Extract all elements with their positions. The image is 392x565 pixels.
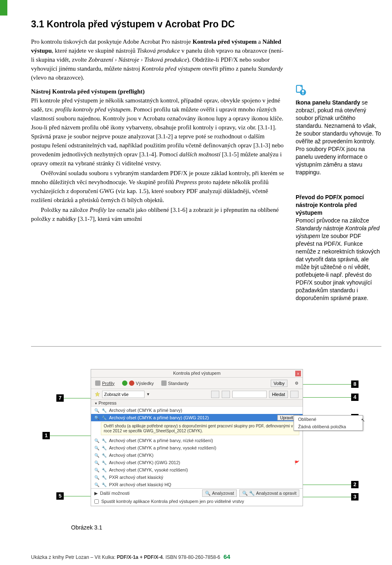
visible-layers-checkbox[interactable] <box>94 499 99 504</box>
filter-icon-button[interactable] <box>290 391 298 398</box>
page-number: 64 <box>223 553 230 560</box>
profile-row-selected[interactable]: 🔍🔧Archový ofset (CMYK a přímé barvy) (GW… <box>91 414 303 421</box>
wrench-icon: 🔧 <box>102 453 107 458</box>
more-options-label[interactable]: Další možnosti <box>100 491 129 496</box>
paragraph-3: Ověřování souladu souboru s vybraným sta… <box>31 169 285 205</box>
section-heading: 3.1 Kontrola před výstupem v Acrobat Pro… <box>31 19 285 30</box>
svg-marker-4 <box>95 392 100 396</box>
magnifier-icon: 🔍 <box>94 483 99 487</box>
wrench-icon: 🔧 <box>102 438 107 443</box>
callout-8: 8 <box>351 380 359 388</box>
search-button[interactable] <box>269 391 288 398</box>
magnifier-icon: 🔍 <box>94 460 99 465</box>
magnifier-icon: 🔍 <box>94 453 99 458</box>
profile-row[interactable]: 🔍🔧Archový ofset (CMYK a přímé barvy) <box>91 407 303 414</box>
callout-5: 5 <box>56 492 64 500</box>
show-filter[interactable] <box>102 391 145 398</box>
magnifier-icon: 🔍 <box>94 468 99 472</box>
paragraph-1: Pro kontrolu tiskových dat poskytuje Ado… <box>31 37 285 82</box>
standards-panel-icon <box>296 85 381 96</box>
callout-7: 7 <box>56 394 64 402</box>
preflight-panel: Kontrola před výstupem x Profily Výsledk… <box>91 369 303 506</box>
filter-row: ▾ <box>91 389 303 400</box>
check-icon <box>122 380 127 386</box>
profile-row[interactable]: 🔍🔧Archový ofset (CMYK, vysoké rozlišení) <box>91 466 303 474</box>
chevron-down-icon[interactable]: ▾ <box>147 391 149 397</box>
popup-item[interactable]: Oblíbené <box>294 416 363 423</box>
magnifier-icon: 🔍 <box>94 475 99 480</box>
magnifier-icon: 🔍 <box>94 446 99 450</box>
favorite-icon[interactable] <box>95 392 100 396</box>
wrench-icon: 🔧 <box>102 475 107 480</box>
footer-credit: Ukázka z knihy Petr Lozan – Vít Kulka: P… <box>31 553 230 560</box>
callout-line <box>303 497 351 497</box>
profile-row[interactable]: 🔍🔧Archový ofset (CMYK a přímé barvy, níz… <box>91 437 303 444</box>
callout-line <box>296 397 351 398</box>
tab-row: Profily Výsledky Standardy ⚙ <box>91 378 303 389</box>
page-accent <box>0 0 7 16</box>
sidebar-note-2: Převod do PDF/X pomocí nástroje Kontrola… <box>296 194 381 302</box>
svg-rect-3 <box>303 93 303 94</box>
tab-results[interactable]: Výsledky <box>122 380 154 386</box>
wrench-icon: 🔧 <box>102 416 107 420</box>
more-options-row: ▶ Další možnosti 🔍Analyzovat 🔍🔧Analyzova… <box>91 488 303 498</box>
profile-list: Prepress 🔍🔧Archový ofset (CMYK a přímé b… <box>91 400 303 506</box>
standards-icon <box>161 380 167 386</box>
wrench-icon: 🔧 <box>102 468 107 472</box>
favorites-popup: Oblíbené Žádná oblíbená položka ↖ <box>294 415 363 431</box>
visible-layers-option: Spustit kontroly aplikace Kontrola před … <box>91 498 303 505</box>
tab-standards[interactable]: Standardy <box>161 380 189 386</box>
subsection-1: Nástroj Kontrola před výstupem (prefligh… <box>31 87 285 168</box>
analyze-button[interactable]: 🔍Analyzovat <box>202 489 237 497</box>
wrench-icon: 🔧 <box>102 408 107 413</box>
filter-icon-button[interactable] <box>222 391 230 398</box>
page-range-option: Kontrolovat pouze stránky do <box>91 505 303 506</box>
callout-1: 1 <box>42 432 50 439</box>
gear-icon[interactable]: ⚙ <box>295 381 298 385</box>
sidebar-note-1: Ikona panelu Standardy se zobrazí, pokud… <box>296 99 381 176</box>
flag-icon: 🚩 <box>294 460 299 465</box>
magnifier-icon: 🔍 <box>94 416 99 420</box>
filter-icon-button[interactable] <box>211 391 219 398</box>
magnifier-icon: 🔍 <box>205 491 211 496</box>
profile-row[interactable]: 🔍🔧PXR archový ofset klasický HQ <box>91 481 303 488</box>
wrench-icon: 🔧 <box>102 446 107 450</box>
close-button[interactable]: x <box>295 371 301 376</box>
tab-profiles[interactable]: Profily <box>95 380 115 386</box>
callout-2: 2 <box>351 481 359 488</box>
options-button[interactable] <box>271 380 287 387</box>
divider <box>31 346 381 347</box>
magnifier-icon: 🔍 <box>94 408 99 413</box>
profile-description: Ověří shodu (a aplikuje potřebné opravy)… <box>101 422 299 435</box>
cursor-icon: ↖ <box>361 417 365 423</box>
profile-row[interactable]: 🔍🔧Archový ofset (CMYK) <box>91 452 303 459</box>
cross-icon <box>129 380 134 386</box>
wrench-icon: 🔧 <box>102 460 107 465</box>
callout-4: 4 <box>351 394 359 401</box>
search-input[interactable] <box>232 391 267 398</box>
figure-caption: Obrázek 3.1 <box>71 524 102 531</box>
svg-rect-2 <box>302 90 304 92</box>
expand-icon[interactable]: ▶ <box>94 491 98 496</box>
profile-row[interactable]: 🔍🔧PXR archový ofset klasický <box>91 474 303 481</box>
profile-row[interactable]: 🔍🔧Archový ofset (CMYK a přímé barvy, vys… <box>91 444 303 452</box>
wrench-icon: 🔧 <box>249 491 255 496</box>
callout-3: 3 <box>351 493 359 500</box>
profiles-icon <box>95 380 100 386</box>
popup-item[interactable]: Žádná oblíbená položka <box>294 423 363 430</box>
profile-row[interactable]: 🔍🔧Archový ofset (CMYK) (GWG 2012)🚩 <box>91 459 303 466</box>
callout-line <box>303 485 351 485</box>
wrench-icon: 🔧 <box>102 483 107 487</box>
analyze-and-fix-button[interactable]: 🔍🔧Analyzovat a opravit <box>239 489 299 497</box>
magnifier-icon: 🔍 <box>94 438 99 443</box>
paragraph-4: Položky na záložce Profily lze označit j… <box>31 205 285 223</box>
magnifier-icon: 🔍 <box>242 491 248 496</box>
preflight-titlebar: Kontrola před výstupem x <box>91 369 303 378</box>
preflight-title: Kontrola před výstupem <box>173 371 220 376</box>
group-header[interactable]: Prepress <box>91 400 303 407</box>
